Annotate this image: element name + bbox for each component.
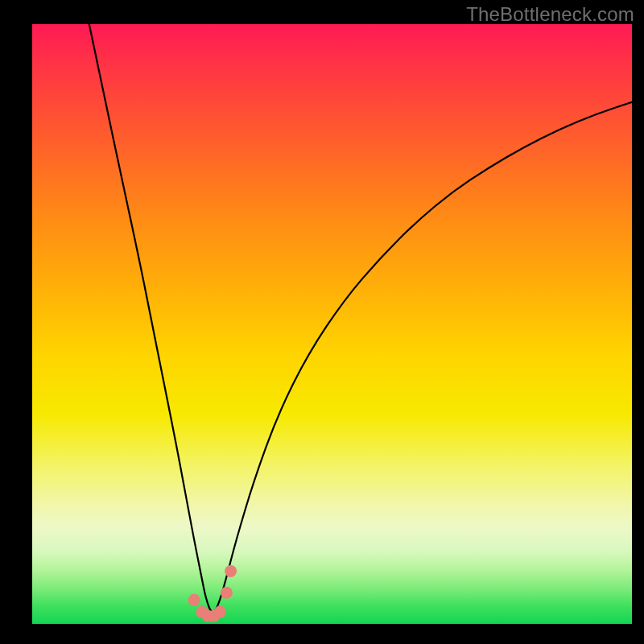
curve-marker: [221, 587, 233, 599]
curve-svg: [32, 24, 632, 624]
plot-area: [32, 24, 632, 624]
bottleneck-curve: [89, 24, 632, 612]
watermark-text: TheBottleneck.com: [466, 3, 634, 26]
curve-marker: [188, 594, 200, 606]
curve-markers: [188, 565, 237, 622]
curve-marker: [225, 565, 237, 577]
curve-marker: [214, 606, 226, 618]
chart-frame: TheBottleneck.com: [0, 0, 644, 644]
